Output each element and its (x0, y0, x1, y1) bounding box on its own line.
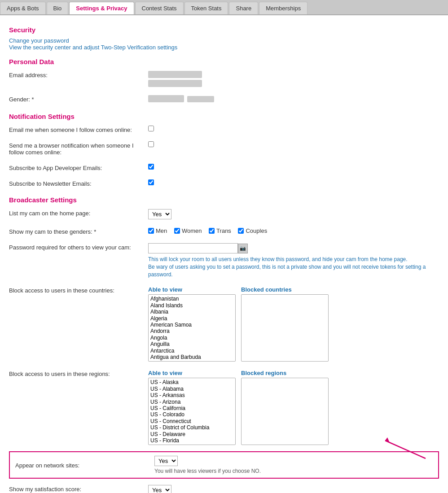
notification-label-0: Email me when someone I follow comes onl… (9, 126, 148, 133)
tab-memberships[interactable]: Memberships (259, 2, 307, 14)
tab-apps-bots[interactable]: Apps & Bots (0, 2, 46, 14)
satisfaction-select[interactable]: Yes No (148, 485, 171, 493)
email-value (148, 71, 439, 87)
gender-row: Gender: * (9, 93, 439, 105)
password-icon-button[interactable]: 📷 (238, 244, 248, 253)
gender-women-label: Women (182, 227, 202, 234)
cam-password-input[interactable] (148, 243, 238, 253)
gender-trans-label: Trans (216, 227, 231, 234)
email-blurred-2 (148, 80, 202, 87)
tab-share[interactable]: Share (229, 2, 258, 14)
notification-label-3: Subscribe to Newsletter Emails: (9, 179, 148, 187)
notification-settings-title: Notification Settings (9, 113, 439, 120)
security-title: Security (9, 26, 439, 34)
able-to-view-label: Able to view (148, 286, 236, 293)
list-cam-row: List my cam on the home page: Yes No (9, 207, 439, 221)
notification-checkbox-3[interactable] (148, 179, 439, 187)
show-genders-control: Men Women Trans Couples (148, 227, 439, 235)
gender-men-label: Men (156, 227, 167, 234)
block-countries-label: Block access to users in these countries… (9, 286, 148, 294)
password-input-wrapper: 📷 (148, 243, 439, 253)
checkbox-newsletter-emails[interactable] (148, 179, 154, 185)
block-regions-label: Block access to users in these regions: (9, 370, 148, 377)
blocked-regions-group: Blocked regions (241, 370, 329, 445)
countries-blocked-listbox[interactable] (241, 294, 329, 362)
notification-label-2: Subscribe to App Developer Emails: (9, 164, 148, 171)
tab-bar: Apps & Bots Bio Settings & Privacy Conte… (0, 0, 448, 15)
gender-value (148, 95, 439, 104)
password-control: 📷 This will lock your room to all users … (148, 243, 439, 278)
regions-blocked-listbox[interactable] (241, 378, 329, 445)
satisfaction-control[interactable]: Yes No (148, 485, 439, 493)
email-row: Email address: (9, 69, 439, 89)
appear-network-highlighted-row: Appear on network sites: Yes No You will… (9, 451, 439, 479)
tab-bio[interactable]: Bio (47, 2, 69, 14)
two-step-link[interactable]: View the security center and adjust Two-… (9, 44, 177, 51)
regions-able-listbox[interactable]: US - Alaska US - Alabama US - Arkansas U… (148, 378, 236, 445)
appear-network-label: Appear on network sites: (15, 461, 154, 469)
main-content: Security Change your password View the s… (0, 15, 448, 493)
password-hint-line2: Be wary of users asking you to set a pas… (148, 263, 426, 279)
notification-row-2: Subscribe to App Developer Emails: (9, 162, 439, 173)
able-to-view-regions-label: Able to view (148, 370, 236, 376)
countries-able-listbox[interactable]: Afghanistan Aland Islands Albania Algeri… (148, 294, 236, 362)
checkbox-men[interactable] (148, 228, 154, 234)
satisfaction-label: Show my satisfaction score: (9, 485, 148, 493)
password-row: Password required for others to view you… (9, 241, 439, 280)
appear-network-select[interactable]: Yes No (154, 456, 178, 466)
password-label: Password required for others to view you… (9, 243, 148, 251)
list-cam-select[interactable]: Yes No (148, 209, 171, 219)
checkbox-couples[interactable] (238, 228, 244, 234)
gender-blurred-2 (187, 96, 214, 102)
gender-label: Gender: * (9, 95, 148, 103)
able-to-view-regions-group: Able to view US - Alaska US - Alabama US… (148, 370, 236, 445)
list-cam-control[interactable]: Yes No (148, 209, 439, 219)
block-regions-control: Able to view US - Alaska US - Alabama US… (148, 370, 439, 445)
list-cam-label: List my cam on the home page: (9, 209, 148, 217)
gender-women-item[interactable]: Women (174, 227, 202, 234)
able-to-view-group: Able to view Afghanistan Aland Islands A… (148, 286, 236, 362)
appear-network-control: Yes No You will have less viewers if you… (154, 456, 433, 474)
appear-network-hint: You will have less viewers if you choose… (154, 468, 433, 474)
blocked-countries-label: Blocked countries (241, 286, 329, 293)
show-genders-row: Show my cam to these genders: * Men Wome… (9, 226, 439, 237)
notification-row-1: Send me a browser notification when some… (9, 140, 439, 157)
block-regions-row: Block access to users in these regions: … (9, 368, 439, 447)
email-blurred-1 (148, 71, 202, 78)
satisfaction-row: Show my satisfaction score: Yes No (9, 483, 439, 493)
password-hint-line1: This will lock your room to all users un… (148, 256, 426, 263)
password-hint: This will lock your room to all users un… (148, 256, 439, 278)
email-label: Email address: (9, 71, 148, 79)
gender-couples-item[interactable]: Couples (238, 227, 267, 234)
change-password-link[interactable]: Change your password (9, 37, 69, 44)
checkbox-app-developer-emails[interactable] (148, 164, 154, 170)
block-countries-row: Block access to users in these countries… (9, 284, 439, 363)
notification-row-3: Subscribe to Newsletter Emails: (9, 178, 439, 189)
countries-list-container: Able to view Afghanistan Aland Islands A… (148, 286, 439, 362)
show-genders-label: Show my cam to these genders: * (9, 227, 148, 235)
notification-label-1: Send me a browser notification when some… (9, 141, 148, 156)
appear-network-section: Appear on network sites: Yes No You will… (9, 451, 439, 479)
gender-men-item[interactable]: Men (148, 227, 167, 234)
blocked-countries-group: Blocked countries (241, 286, 329, 362)
regions-list-container: Able to view US - Alaska US - Alabama US… (148, 370, 439, 445)
tab-settings-privacy[interactable]: Settings & Privacy (69, 2, 134, 14)
gender-blurred (148, 95, 184, 102)
block-countries-control: Able to view Afghanistan Aland Islands A… (148, 286, 439, 362)
broadcaster-settings-title: Broadcaster Settings (9, 196, 439, 204)
tab-token-stats[interactable]: Token Stats (184, 2, 228, 14)
personal-data-title: Personal Data (9, 58, 439, 65)
checkbox-follow-online-email[interactable] (148, 126, 154, 131)
gender-couples-label: Couples (246, 227, 267, 234)
checkbox-follow-online-browser[interactable] (148, 141, 154, 147)
tab-contest-stats[interactable]: Contest Stats (135, 2, 184, 14)
notification-checkbox-0[interactable] (148, 126, 439, 133)
notification-checkbox-2[interactable] (148, 164, 439, 171)
notification-row-0: Email me when someone I follow comes onl… (9, 124, 439, 135)
notification-checkbox-1[interactable] (148, 141, 439, 148)
blocked-regions-label: Blocked regions (241, 370, 329, 376)
gender-trans-item[interactable]: Trans (209, 227, 231, 234)
checkbox-trans[interactable] (209, 228, 215, 234)
checkbox-women[interactable] (174, 228, 180, 234)
